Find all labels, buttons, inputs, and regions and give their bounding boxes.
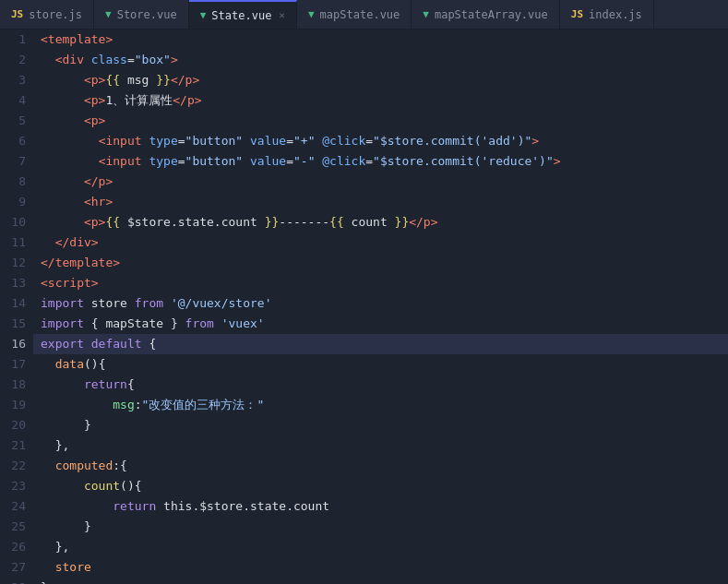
tab-index-js[interactable]: JS index.js xyxy=(560,0,654,29)
line-num-11: 11 xyxy=(0,232,26,253)
close-icon[interactable]: ✕ xyxy=(279,9,285,21)
line-num-5: 5 xyxy=(0,111,26,131)
tab-label: Store.vue xyxy=(117,8,177,21)
line-num-24: 24 xyxy=(0,496,26,517)
vue-icon: ▼ xyxy=(105,8,112,20)
tab-state-vue[interactable]: ▼ State.vue ✕ xyxy=(189,0,297,29)
code-line-10: <p>{{ $store.state.count }}-------{{ cou… xyxy=(33,212,728,232)
line-num-2: 2 xyxy=(0,50,26,70)
line-num-18: 18 xyxy=(0,375,26,395)
code-line-27: store xyxy=(33,557,728,578)
line-num-4: 4 xyxy=(0,90,26,111)
code-line-4: <p>1、计算属性</p> xyxy=(33,90,728,111)
tab-label: index.js xyxy=(589,8,642,21)
line-num-17: 17 xyxy=(0,354,26,375)
line-num-12: 12 xyxy=(0,253,26,273)
line-num-28: 28 xyxy=(0,578,26,584)
code-line-20: } xyxy=(33,415,728,435)
tab-label: store.js xyxy=(29,8,82,21)
line-num-13: 13 xyxy=(0,273,26,293)
line-num-1: 1 xyxy=(0,30,26,50)
code-line-3: <p>{{ msg }}</p> xyxy=(33,70,728,90)
code-line-23: count(){ xyxy=(33,476,728,496)
code-line-22: computed:{ xyxy=(33,456,728,476)
code-line-18: return{ xyxy=(33,375,728,395)
tab-mapstate-vue[interactable]: ▼ mapState.vue xyxy=(297,0,412,29)
line-num-25: 25 xyxy=(0,517,26,537)
editor-area: 1 2 3 4 5 6 7 8 9 10 11 12 13 14 15 16 1… xyxy=(0,30,728,584)
code-line-8: </p> xyxy=(33,172,728,192)
js-icon: JS xyxy=(571,8,583,20)
tab-label: mapStateArray.vue xyxy=(435,8,548,21)
line-num-3: 3 xyxy=(0,70,26,90)
code-line-24: return this.$store.state.count xyxy=(33,496,728,517)
code-editor[interactable]: <template> <div class="box"> <p>{{ msg }… xyxy=(33,30,728,584)
vue-icon: ▼ xyxy=(308,8,315,20)
line-num-23: 23 xyxy=(0,476,26,496)
line-num-7: 7 xyxy=(0,151,26,172)
line-num-15: 15 xyxy=(0,314,26,334)
code-line-13: <script> xyxy=(33,273,728,293)
code-line-11: </div> xyxy=(33,232,728,253)
code-line-15: import { mapState } from 'vuex' xyxy=(33,314,728,334)
line-num-10: 10 xyxy=(0,212,26,232)
line-num-19: 19 xyxy=(0,395,26,415)
line-num-8: 8 xyxy=(0,172,26,192)
code-line-19: msg:"改变值的三种方法：" xyxy=(33,395,728,415)
tab-store-js[interactable]: JS store.js xyxy=(0,0,94,29)
js-icon: JS xyxy=(11,8,23,20)
tab-label: State.vue xyxy=(211,9,271,22)
code-line-25: } xyxy=(33,517,728,537)
line-num-22: 22 xyxy=(0,456,26,476)
code-line-26: }, xyxy=(33,537,728,557)
code-line-28: } xyxy=(33,578,728,584)
line-num-26: 26 xyxy=(0,537,26,557)
tab-label: mapState.vue xyxy=(320,8,400,21)
line-num-27: 27 xyxy=(0,557,26,578)
code-line-1: <template> xyxy=(33,30,728,50)
line-num-21: 21 xyxy=(0,435,26,456)
vue-icon: ▼ xyxy=(200,9,207,21)
line-num-9: 9 xyxy=(0,192,26,212)
code-line-16: export default { xyxy=(33,334,728,354)
code-line-21: }, xyxy=(33,435,728,456)
line-num-20: 20 xyxy=(0,415,26,435)
tab-mapstatearray-vue[interactable]: ▼ mapStateArray.vue xyxy=(412,0,559,29)
code-line-6: <input type="button" value="+" @click="$… xyxy=(33,131,728,151)
code-line-7: <input type="button" value="-" @click="$… xyxy=(33,151,728,172)
vue-icon: ▼ xyxy=(423,8,429,20)
line-num-16: 16 xyxy=(0,334,26,354)
tab-bar: JS store.js ▼ Store.vue ▼ State.vue ✕ ▼ … xyxy=(0,0,728,30)
code-line-5: <p> xyxy=(33,111,728,131)
code-line-2: <div class="box"> xyxy=(33,50,728,70)
code-line-17: data(){ xyxy=(33,354,728,375)
line-num-6: 6 xyxy=(0,131,26,151)
code-line-9: <hr> xyxy=(33,192,728,212)
line-num-14: 14 xyxy=(0,293,26,314)
code-line-14: import store from '@/vuex/store' xyxy=(33,293,728,314)
code-line-12: </template> xyxy=(33,253,728,273)
line-numbers: 1 2 3 4 5 6 7 8 9 10 11 12 13 14 15 16 1… xyxy=(0,30,33,584)
tab-store-vue[interactable]: ▼ Store.vue xyxy=(94,0,189,29)
